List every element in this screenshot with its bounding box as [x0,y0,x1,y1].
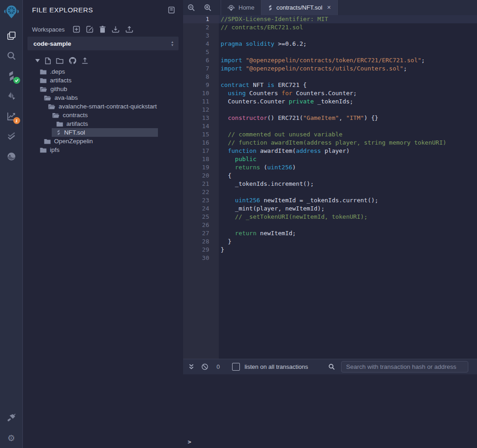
create-workspace-icon[interactable] [73,26,80,33]
compiler-success-badge [13,77,20,84]
solidity-compiler-icon[interactable] [0,66,23,86]
icon-sidebar: 1 ⚙ [0,0,23,448]
terminal-search-icon [328,363,335,370]
remix-logo-icon [228,4,235,11]
code-content: //SPDX-License-Identifier: MIT// contrac… [219,15,477,262]
settings-gear-icon[interactable]: ⚙ [0,428,23,448]
restore-workspace-icon[interactable] [125,26,133,33]
plugin-manager-icon[interactable] [0,408,23,428]
tree-item-label: avalanche-smart-contract-quickstart [59,103,157,110]
deploy-run-icon[interactable] [0,86,23,106]
editor-tabbar: Home contracts/NFT.sol ✕ [183,0,477,15]
tree-item-label: ipfs [50,146,60,153]
terminal-output[interactable]: > [183,374,477,448]
folder-icon [44,139,51,144]
collapse-tree-icon[interactable] [35,59,40,62]
line-number-gutter: 1234567891011121314151617181920212223242… [183,15,219,359]
folder-icon [56,121,63,127]
folder-open-icon [52,113,60,118]
tree-item[interactable]: artifacts [52,119,183,128]
workspace-selected-value: code-sample [33,40,71,47]
zoom-out-icon[interactable] [183,0,200,15]
tree-item-label: artifacts [66,120,88,127]
tree-item[interactable]: .deps [35,67,183,76]
tree-item-label: artifacts [50,77,71,84]
tab-nft-sol[interactable]: contracts/NFT.sol ✕ [261,0,338,15]
folder-open-icon [48,104,55,109]
tree-item-label: OpenZeppelin [54,138,93,145]
folder-open-icon [44,95,51,101]
static-analysis-icon[interactable] [0,126,23,146]
main-area: Home contracts/NFT.sol ✕ 123456789101112… [183,0,477,448]
rename-workspace-icon[interactable] [86,26,93,33]
zoom-in-icon[interactable] [200,0,216,15]
workspaces-label: Workspaces [32,26,65,33]
pending-tx-count: 0 [217,363,220,370]
new-file-icon[interactable] [45,57,51,65]
code-editor[interactable]: 1234567891011121314151617181920212223242… [183,15,477,359]
clear-console-icon[interactable] [201,363,208,370]
solidity-file-icon [268,5,273,11]
tree-item[interactable]: NFT.sol [52,128,158,137]
tree-item[interactable]: avalanche-smart-contract-quickstart [43,102,183,111]
analytics-icon[interactable]: 1 [0,106,23,126]
tree-item-label: ava-labs [54,94,78,101]
download-workspace-icon[interactable] [112,26,119,33]
terminal-prompt: > [188,438,191,445]
folder-icon [40,69,47,75]
expand-terminal-icon[interactable] [189,364,194,370]
workspace-select[interactable]: code-sample ▲▼ [27,37,179,50]
select-arrows-icon: ▲▼ [171,41,174,47]
upload-file-icon[interactable] [81,57,88,64]
file-explorer-icon[interactable] [0,26,23,46]
listen-transactions-label: listen on all transactions [244,363,308,370]
tree-item[interactable]: OpenZeppelin [39,137,183,146]
analytics-count-badge: 1 [13,117,20,124]
file-explorer-panel: FILE EXPLORERS Workspaces [23,0,183,448]
tree-item[interactable]: contracts [48,111,183,119]
transaction-search-input[interactable] [341,361,468,372]
folder-open-icon [40,86,47,92]
tree-item[interactable]: ipfs [35,146,183,154]
tree-item[interactable]: artifacts [35,76,183,85]
tab-home-label: Home [238,4,255,11]
remix-logo[interactable] [0,0,23,23]
search-icon[interactable] [0,46,23,66]
folder-icon [40,147,47,153]
folder-icon [40,78,47,83]
tab-nft-sol-label: contracts/NFT.sol [276,4,322,11]
tree-item[interactable]: github [35,85,183,93]
tree-item-label: .deps [50,68,65,75]
tree-item-label: contracts [63,112,88,119]
listen-transactions-checkbox[interactable] [232,363,240,371]
close-tab-icon[interactable]: ✕ [327,5,331,11]
file-tree: .depsartifactsgithubava-labsavalanche-sm… [23,67,183,154]
delete-workspace-icon[interactable] [99,26,106,33]
tree-item[interactable]: ava-labs [39,93,183,102]
docs-icon[interactable] [168,6,175,14]
panel-title: FILE EXPLORERS [32,6,93,14]
tree-item-label: github [50,86,67,92]
terminal-toolbar: 0 listen on all transactions [183,359,477,374]
solidity-icon [56,130,61,135]
new-folder-icon[interactable] [56,58,64,64]
github-icon[interactable] [69,57,76,65]
plugin-circle-icon[interactable] [0,146,23,167]
tree-item-label: NFT.sol [64,129,85,136]
tab-home[interactable]: Home [221,0,261,15]
